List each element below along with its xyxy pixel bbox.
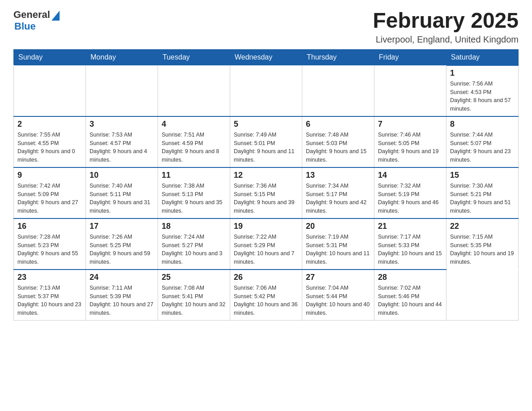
day-info: Sunrise: 7:06 AMSunset: 5:42 PMDaylight:…	[234, 284, 298, 317]
calendar-day: 6Sunrise: 7:48 AMSunset: 5:03 PMDaylight…	[302, 116, 374, 167]
day-info: Sunrise: 7:11 AMSunset: 5:39 PMDaylight:…	[90, 284, 154, 317]
col-header-monday: Monday	[86, 49, 158, 65]
day-info: Sunrise: 7:51 AMSunset: 4:59 PMDaylight:…	[162, 131, 226, 164]
day-number: 9	[17, 171, 82, 180]
day-number: 28	[378, 273, 442, 282]
calendar-day: 22Sunrise: 7:15 AMSunset: 5:35 PMDayligh…	[446, 218, 519, 270]
day-info: Sunrise: 7:28 AMSunset: 5:23 PMDaylight:…	[17, 233, 82, 266]
calendar-day: 20Sunrise: 7:19 AMSunset: 5:31 PMDayligh…	[302, 218, 374, 270]
calendar-day: 10Sunrise: 7:40 AMSunset: 5:11 PMDayligh…	[86, 167, 158, 218]
calendar-day	[86, 65, 158, 116]
col-header-friday: Friday	[374, 49, 446, 65]
calendar-day: 18Sunrise: 7:24 AMSunset: 5:27 PMDayligh…	[158, 218, 230, 270]
day-info: Sunrise: 7:30 AMSunset: 5:21 PMDaylight:…	[450, 182, 515, 215]
calendar-day: 15Sunrise: 7:30 AMSunset: 5:21 PMDayligh…	[446, 167, 519, 218]
calendar-day: 5Sunrise: 7:49 AMSunset: 5:01 PMDaylight…	[230, 116, 302, 167]
month-title: February 2025	[373, 9, 519, 33]
day-info: Sunrise: 7:56 AMSunset: 4:53 PMDaylight:…	[450, 80, 515, 113]
day-info: Sunrise: 7:40 AMSunset: 5:11 PMDaylight:…	[90, 182, 154, 215]
day-number: 24	[90, 273, 154, 282]
day-info: Sunrise: 7:26 AMSunset: 5:25 PMDaylight:…	[90, 233, 154, 266]
day-info: Sunrise: 7:42 AMSunset: 5:09 PMDaylight:…	[17, 182, 82, 215]
day-number: 18	[162, 222, 226, 231]
page-header: General Blue February 2025 Liverpool, En…	[13, 9, 519, 45]
calendar-day	[374, 65, 446, 116]
day-number: 3	[90, 120, 154, 129]
calendar-day: 21Sunrise: 7:17 AMSunset: 5:33 PMDayligh…	[374, 218, 446, 270]
day-number: 17	[90, 222, 154, 231]
col-header-thursday: Thursday	[302, 49, 374, 65]
day-info: Sunrise: 7:13 AMSunset: 5:37 PMDaylight:…	[17, 284, 82, 317]
calendar-day	[14, 65, 86, 116]
day-number: 19	[234, 222, 298, 231]
col-header-tuesday: Tuesday	[158, 49, 230, 65]
day-number: 5	[234, 120, 298, 129]
day-number: 2	[17, 120, 82, 129]
day-info: Sunrise: 7:53 AMSunset: 4:57 PMDaylight:…	[90, 131, 154, 164]
day-info: Sunrise: 7:34 AMSunset: 5:17 PMDaylight:…	[306, 182, 370, 215]
day-number: 20	[306, 222, 370, 231]
day-number: 4	[162, 120, 226, 129]
calendar-day: 13Sunrise: 7:34 AMSunset: 5:17 PMDayligh…	[302, 167, 374, 218]
day-info: Sunrise: 7:44 AMSunset: 5:07 PMDaylight:…	[450, 131, 515, 164]
day-number: 26	[234, 273, 298, 282]
day-number: 27	[306, 273, 370, 282]
day-info: Sunrise: 7:04 AMSunset: 5:44 PMDaylight:…	[306, 284, 370, 317]
logo-triangle-icon	[51, 11, 60, 21]
calendar-header-row: SundayMondayTuesdayWednesdayThursdayFrid…	[14, 49, 519, 65]
calendar-day: 3Sunrise: 7:53 AMSunset: 4:57 PMDaylight…	[86, 116, 158, 167]
day-number: 25	[162, 273, 226, 282]
calendar-table: SundayMondayTuesdayWednesdayThursdayFrid…	[13, 49, 519, 321]
day-info: Sunrise: 7:17 AMSunset: 5:33 PMDaylight:…	[378, 233, 442, 266]
calendar-day: 12Sunrise: 7:36 AMSunset: 5:15 PMDayligh…	[230, 167, 302, 218]
day-number: 1	[450, 68, 515, 78]
day-number: 15	[450, 171, 515, 180]
calendar-day: 9Sunrise: 7:42 AMSunset: 5:09 PMDaylight…	[14, 167, 86, 218]
day-number: 8	[450, 120, 515, 129]
day-number: 21	[378, 222, 442, 231]
calendar-day: 8Sunrise: 7:44 AMSunset: 5:07 PMDaylight…	[446, 116, 519, 167]
day-info: Sunrise: 7:38 AMSunset: 5:13 PMDaylight:…	[162, 182, 226, 215]
logo-blue-text: Blue	[14, 21, 36, 32]
calendar-week-1: 1Sunrise: 7:56 AMSunset: 4:53 PMDaylight…	[14, 65, 519, 116]
day-number: 23	[17, 273, 82, 282]
day-info: Sunrise: 7:15 AMSunset: 5:35 PMDaylight:…	[450, 233, 515, 266]
calendar-day: 1Sunrise: 7:56 AMSunset: 4:53 PMDaylight…	[446, 65, 519, 116]
col-header-wednesday: Wednesday	[230, 49, 302, 65]
day-number: 7	[378, 120, 442, 129]
calendar-week-5: 23Sunrise: 7:13 AMSunset: 5:37 PMDayligh…	[14, 270, 519, 321]
day-info: Sunrise: 7:48 AMSunset: 5:03 PMDaylight:…	[306, 131, 370, 164]
day-info: Sunrise: 7:32 AMSunset: 5:19 PMDaylight:…	[378, 182, 442, 215]
day-info: Sunrise: 7:22 AMSunset: 5:29 PMDaylight:…	[234, 233, 298, 266]
logo-line1: General	[13, 9, 60, 21]
day-number: 22	[450, 222, 515, 231]
calendar-day: 23Sunrise: 7:13 AMSunset: 5:37 PMDayligh…	[14, 270, 86, 321]
day-info: Sunrise: 7:24 AMSunset: 5:27 PMDaylight:…	[162, 233, 226, 266]
day-number: 14	[378, 171, 442, 180]
calendar-day	[230, 65, 302, 116]
calendar-day: 25Sunrise: 7:08 AMSunset: 5:41 PMDayligh…	[158, 270, 230, 321]
calendar-day: 16Sunrise: 7:28 AMSunset: 5:23 PMDayligh…	[14, 218, 86, 270]
calendar-day: 7Sunrise: 7:46 AMSunset: 5:05 PMDaylight…	[374, 116, 446, 167]
calendar-day: 2Sunrise: 7:55 AMSunset: 4:55 PMDaylight…	[14, 116, 86, 167]
day-info: Sunrise: 7:08 AMSunset: 5:41 PMDaylight:…	[162, 284, 226, 317]
calendar-day: 26Sunrise: 7:06 AMSunset: 5:42 PMDayligh…	[230, 270, 302, 321]
title-section: February 2025 Liverpool, England, United…	[373, 9, 519, 45]
calendar-day: 27Sunrise: 7:04 AMSunset: 5:44 PMDayligh…	[302, 270, 374, 321]
day-info: Sunrise: 7:19 AMSunset: 5:31 PMDaylight:…	[306, 233, 370, 266]
location-text: Liverpool, England, United Kingdom	[373, 34, 519, 45]
calendar-day	[302, 65, 374, 116]
calendar-day	[158, 65, 230, 116]
day-info: Sunrise: 7:02 AMSunset: 5:46 PMDaylight:…	[378, 284, 442, 317]
day-number: 16	[17, 222, 82, 231]
day-number: 10	[90, 171, 154, 180]
day-info: Sunrise: 7:55 AMSunset: 4:55 PMDaylight:…	[17, 131, 82, 164]
day-info: Sunrise: 7:36 AMSunset: 5:15 PMDaylight:…	[234, 182, 298, 215]
calendar-week-3: 9Sunrise: 7:42 AMSunset: 5:09 PMDaylight…	[14, 167, 519, 218]
day-info: Sunrise: 7:46 AMSunset: 5:05 PMDaylight:…	[378, 131, 442, 164]
calendar-week-4: 16Sunrise: 7:28 AMSunset: 5:23 PMDayligh…	[14, 218, 519, 270]
day-number: 12	[234, 171, 298, 180]
logo: General Blue	[13, 9, 60, 32]
day-number: 13	[306, 171, 370, 180]
calendar-day: 4Sunrise: 7:51 AMSunset: 4:59 PMDaylight…	[158, 116, 230, 167]
